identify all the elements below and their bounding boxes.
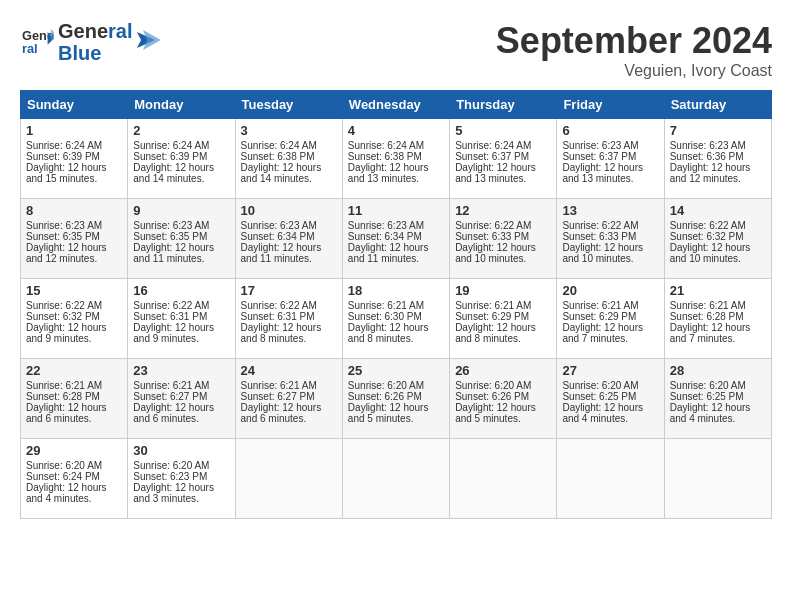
col-sunday: Sunday: [21, 91, 128, 119]
daylight-text: Daylight: 12 hours and 12 minutes.: [26, 242, 107, 264]
daylight-text: Daylight: 12 hours and 4 minutes.: [670, 402, 751, 424]
daylight-text: Daylight: 12 hours and 13 minutes.: [455, 162, 536, 184]
table-row: 27Sunrise: 6:20 AMSunset: 6:25 PMDayligh…: [557, 359, 664, 439]
day-number: 8: [26, 203, 122, 218]
day-number: 24: [241, 363, 337, 378]
sunset-text: Sunset: 6:25 PM: [670, 391, 744, 402]
table-row: 8Sunrise: 6:23 AMSunset: 6:35 PMDaylight…: [21, 199, 128, 279]
daylight-text: Daylight: 12 hours and 11 minutes.: [133, 242, 214, 264]
sunrise-text: Sunrise: 6:20 AM: [670, 380, 746, 391]
day-number: 4: [348, 123, 444, 138]
table-row: [342, 439, 449, 519]
daylight-text: Daylight: 12 hours and 5 minutes.: [455, 402, 536, 424]
calendar-header-row: Sunday Monday Tuesday Wednesday Thursday…: [21, 91, 772, 119]
sunset-text: Sunset: 6:29 PM: [562, 311, 636, 322]
table-row: 15Sunrise: 6:22 AMSunset: 6:32 PMDayligh…: [21, 279, 128, 359]
sunrise-text: Sunrise: 6:21 AM: [348, 300, 424, 311]
logo-arrow-icon: [133, 26, 161, 54]
table-row: 18Sunrise: 6:21 AMSunset: 6:30 PMDayligh…: [342, 279, 449, 359]
table-row: 20Sunrise: 6:21 AMSunset: 6:29 PMDayligh…: [557, 279, 664, 359]
sunset-text: Sunset: 6:30 PM: [348, 311, 422, 322]
daylight-text: Daylight: 12 hours and 6 minutes.: [133, 402, 214, 424]
daylight-text: Daylight: 12 hours and 8 minutes.: [241, 322, 322, 344]
daylight-text: Daylight: 12 hours and 11 minutes.: [241, 242, 322, 264]
table-row: 22Sunrise: 6:21 AMSunset: 6:28 PMDayligh…: [21, 359, 128, 439]
sunset-text: Sunset: 6:33 PM: [562, 231, 636, 242]
sunset-text: Sunset: 6:27 PM: [133, 391, 207, 402]
table-row: 21Sunrise: 6:21 AMSunset: 6:28 PMDayligh…: [664, 279, 771, 359]
sunset-text: Sunset: 6:26 PM: [455, 391, 529, 402]
sunset-text: Sunset: 6:32 PM: [670, 231, 744, 242]
table-row: 12Sunrise: 6:22 AMSunset: 6:33 PMDayligh…: [450, 199, 557, 279]
page-header: Gene ral General Blue September 2024 Veg…: [20, 20, 772, 80]
sunset-text: Sunset: 6:36 PM: [670, 151, 744, 162]
day-number: 3: [241, 123, 337, 138]
sunrise-text: Sunrise: 6:24 AM: [26, 140, 102, 151]
day-number: 12: [455, 203, 551, 218]
month-title: September 2024: [496, 20, 772, 62]
table-row: 5Sunrise: 6:24 AMSunset: 6:37 PMDaylight…: [450, 119, 557, 199]
sunrise-text: Sunrise: 6:23 AM: [670, 140, 746, 151]
daylight-text: Daylight: 12 hours and 3 minutes.: [133, 482, 214, 504]
day-number: 9: [133, 203, 229, 218]
sunset-text: Sunset: 6:27 PM: [241, 391, 315, 402]
table-row: 16Sunrise: 6:22 AMSunset: 6:31 PMDayligh…: [128, 279, 235, 359]
table-row: 25Sunrise: 6:20 AMSunset: 6:26 PMDayligh…: [342, 359, 449, 439]
location: Veguien, Ivory Coast: [496, 62, 772, 80]
sunset-text: Sunset: 6:38 PM: [348, 151, 422, 162]
day-number: 27: [562, 363, 658, 378]
sunrise-text: Sunrise: 6:21 AM: [26, 380, 102, 391]
sunset-text: Sunset: 6:39 PM: [26, 151, 100, 162]
table-row: [450, 439, 557, 519]
sunrise-text: Sunrise: 6:20 AM: [26, 460, 102, 471]
daylight-text: Daylight: 12 hours and 8 minutes.: [455, 322, 536, 344]
calendar-week-row: 15Sunrise: 6:22 AMSunset: 6:32 PMDayligh…: [21, 279, 772, 359]
day-number: 6: [562, 123, 658, 138]
logo-icon: Gene ral: [22, 24, 54, 56]
sunrise-text: Sunrise: 6:21 AM: [133, 380, 209, 391]
sunrise-text: Sunrise: 6:21 AM: [670, 300, 746, 311]
svg-text:ral: ral: [22, 41, 38, 56]
sunset-text: Sunset: 6:29 PM: [455, 311, 529, 322]
day-number: 1: [26, 123, 122, 138]
sunrise-text: Sunrise: 6:22 AM: [455, 220, 531, 231]
sunset-text: Sunset: 6:31 PM: [133, 311, 207, 322]
table-row: 10Sunrise: 6:23 AMSunset: 6:34 PMDayligh…: [235, 199, 342, 279]
sunrise-text: Sunrise: 6:23 AM: [26, 220, 102, 231]
sunset-text: Sunset: 6:28 PM: [26, 391, 100, 402]
sunset-text: Sunset: 6:26 PM: [348, 391, 422, 402]
table-row: 17Sunrise: 6:22 AMSunset: 6:31 PMDayligh…: [235, 279, 342, 359]
day-number: 13: [562, 203, 658, 218]
daylight-text: Daylight: 12 hours and 14 minutes.: [241, 162, 322, 184]
day-number: 29: [26, 443, 122, 458]
sunset-text: Sunset: 6:32 PM: [26, 311, 100, 322]
col-tuesday: Tuesday: [235, 91, 342, 119]
logo: Gene ral General Blue: [20, 20, 161, 64]
day-number: 23: [133, 363, 229, 378]
sunrise-text: Sunrise: 6:22 AM: [26, 300, 102, 311]
daylight-text: Daylight: 12 hours and 4 minutes.: [562, 402, 643, 424]
table-row: [235, 439, 342, 519]
daylight-text: Daylight: 12 hours and 8 minutes.: [348, 322, 429, 344]
sunset-text: Sunset: 6:37 PM: [562, 151, 636, 162]
calendar-table: Sunday Monday Tuesday Wednesday Thursday…: [20, 90, 772, 519]
sunset-text: Sunset: 6:39 PM: [133, 151, 207, 162]
table-row: 2Sunrise: 6:24 AMSunset: 6:39 PMDaylight…: [128, 119, 235, 199]
col-friday: Friday: [557, 91, 664, 119]
day-number: 16: [133, 283, 229, 298]
day-number: 15: [26, 283, 122, 298]
table-row: 6Sunrise: 6:23 AMSunset: 6:37 PMDaylight…: [557, 119, 664, 199]
daylight-text: Daylight: 12 hours and 12 minutes.: [670, 162, 751, 184]
daylight-text: Daylight: 12 hours and 5 minutes.: [348, 402, 429, 424]
sunrise-text: Sunrise: 6:23 AM: [241, 220, 317, 231]
table-row: 26Sunrise: 6:20 AMSunset: 6:26 PMDayligh…: [450, 359, 557, 439]
day-number: 17: [241, 283, 337, 298]
calendar-week-row: 29Sunrise: 6:20 AMSunset: 6:24 PMDayligh…: [21, 439, 772, 519]
sunset-text: Sunset: 6:37 PM: [455, 151, 529, 162]
day-number: 18: [348, 283, 444, 298]
sunset-text: Sunset: 6:28 PM: [670, 311, 744, 322]
sunrise-text: Sunrise: 6:22 AM: [670, 220, 746, 231]
day-number: 28: [670, 363, 766, 378]
sunrise-text: Sunrise: 6:24 AM: [133, 140, 209, 151]
sunset-text: Sunset: 6:31 PM: [241, 311, 315, 322]
